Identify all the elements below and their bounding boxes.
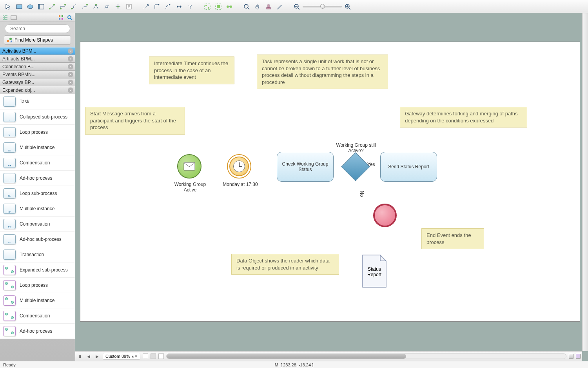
close-icon[interactable]: × [68, 80, 73, 85]
align-1[interactable] [202, 2, 212, 11]
next-page[interactable]: ▶ [94, 353, 100, 359]
connector-6[interactable] [102, 2, 112, 11]
line-tool-2[interactable] [152, 2, 162, 11]
shape-item[interactable]: Expanded sub-process [0, 262, 75, 278]
find-more-label: Find More Shapes [15, 37, 53, 43]
shape-item[interactable]: Ad-hoc process [0, 324, 75, 339]
line-tool-3[interactable] [163, 2, 173, 11]
end-event[interactable] [373, 204, 397, 227]
shape-item[interactable]: ~Ad-hoc process [0, 171, 75, 186]
page-thumb-1[interactable] [143, 353, 148, 359]
svg-point-31 [68, 16, 71, 19]
zoom-out-button[interactable] [292, 2, 302, 11]
stamp-tool[interactable] [263, 2, 274, 11]
envelope-icon [183, 162, 195, 171]
shape-item[interactable]: ıııMultiple instance [0, 140, 75, 155]
horizontal-scrollbar[interactable] [166, 353, 566, 359]
intermediate-timer-event[interactable]: L [227, 154, 251, 179]
shape-search[interactable] [5, 24, 70, 33]
shape-label: Loop process [20, 129, 48, 135]
category-row[interactable]: Artifacts BPM...× [0, 55, 75, 63]
corner-1[interactable] [569, 354, 573, 359]
close-icon[interactable]: × [68, 64, 73, 69]
align-2[interactable] [213, 2, 223, 11]
shape-item[interactable]: ııı▫Multiple instance [0, 201, 75, 217]
task-send-report[interactable]: Send Status Report [380, 152, 437, 182]
gateway-decision[interactable] [341, 152, 370, 181]
task-check-status[interactable]: Check Working Group Status [277, 152, 334, 182]
connector-7[interactable] [113, 2, 123, 11]
zoom-region[interactable] [241, 2, 252, 11]
svg-point-4 [49, 8, 51, 9]
pointer-tool[interactable] [3, 2, 13, 11]
find-more-shapes[interactable]: Find More Shapes [4, 35, 71, 45]
shape-item[interactable]: ◂◂▫Compensation [0, 217, 75, 232]
search-mode-icon[interactable] [66, 14, 73, 21]
connector-3[interactable] [69, 2, 79, 11]
shape-item[interactable]: Task [0, 94, 75, 109]
toggle-panel-icon[interactable] [10, 14, 17, 21]
zoom-slider-handle[interactable] [320, 4, 325, 9]
connector-2[interactable] [58, 2, 68, 11]
category-row[interactable]: Events BPMN...× [0, 71, 75, 78]
align-3[interactable] [224, 2, 234, 11]
connector-5[interactable] [91, 2, 101, 11]
page-thumb-3[interactable] [158, 353, 164, 359]
shape-label: Task [20, 99, 29, 104]
vertical-scrollbar[interactable] [582, 13, 588, 351]
ellipse-tool[interactable] [25, 2, 35, 11]
svg-point-10 [95, 4, 97, 5]
line-tool-1[interactable] [141, 2, 151, 11]
top-toolbar [0, 0, 588, 13]
shape-item[interactable]: Compensation [0, 308, 75, 324]
pause-icon[interactable]: ⏸ [77, 353, 83, 359]
insert-tool[interactable] [124, 2, 134, 11]
note-data: Data Object shows the reader which data … [231, 254, 339, 275]
diagram-canvas[interactable]: Start Message arrives from a participant… [80, 42, 580, 322]
close-icon[interactable]: × [68, 72, 73, 77]
shape-thumb-icon: ▫~ [3, 234, 16, 244]
hscroll-thumb[interactable] [167, 354, 406, 359]
connector-4[interactable] [80, 2, 90, 11]
panel-toolbar [0, 13, 75, 22]
zoom-in-button[interactable] [343, 2, 353, 11]
category-row[interactable]: Expanded obj...× [0, 86, 75, 94]
rect-tool[interactable] [14, 2, 24, 11]
line-bidir[interactable] [174, 2, 184, 11]
shape-item[interactable]: Loop process [0, 278, 75, 293]
connector-1[interactable] [47, 2, 57, 11]
close-icon[interactable]: × [68, 56, 73, 62]
search-input[interactable] [10, 26, 69, 31]
shape-item[interactable]: ↻Loop process [0, 125, 75, 140]
start-message-event[interactable] [177, 154, 201, 179]
shape-item[interactable]: ▫Collapsed sub-process [0, 109, 75, 125]
shape-item[interactable]: Transaction [0, 247, 75, 262]
prev-page[interactable]: ◀ [85, 353, 92, 359]
zoom-slider[interactable] [303, 6, 342, 7]
category-label: Activities BPM... [2, 48, 36, 54]
shape-item[interactable]: ▫~Ad-hoc sub-process [0, 232, 75, 247]
zoom-readout[interactable]: Custom 89% ▲▼ [103, 353, 140, 360]
close-icon[interactable]: × [68, 87, 73, 93]
corner-2[interactable] [576, 354, 581, 359]
shape-item[interactable]: ↻▫Loop sub-process [0, 186, 75, 201]
category-row[interactable]: Gateways BP...× [0, 78, 75, 86]
grid-view-icon[interactable] [58, 14, 65, 21]
pan-tool[interactable] [252, 2, 263, 11]
line-split[interactable] [185, 2, 195, 11]
category-row[interactable]: Activities BPM...× [0, 47, 75, 55]
page-thumb-2[interactable] [151, 353, 156, 359]
eyedropper-tool[interactable] [274, 2, 285, 11]
status-ready: Ready [3, 363, 16, 367]
shape-item[interactable]: ◂◂Compensation [0, 155, 75, 171]
timer-label: Monday at 17:30 [223, 182, 258, 187]
close-icon[interactable]: × [68, 48, 73, 54]
container-tool[interactable] [36, 2, 46, 11]
shape-thumb-icon: ııı [3, 142, 16, 153]
category-row[interactable]: Connection B...× [0, 63, 75, 71]
shape-label: Compensation [20, 160, 50, 166]
shape-item[interactable]: Multiple instance [0, 293, 75, 308]
data-object[interactable]: Status Report [361, 254, 388, 288]
svg-point-9 [86, 4, 88, 5]
tree-view-icon[interactable] [2, 14, 9, 21]
